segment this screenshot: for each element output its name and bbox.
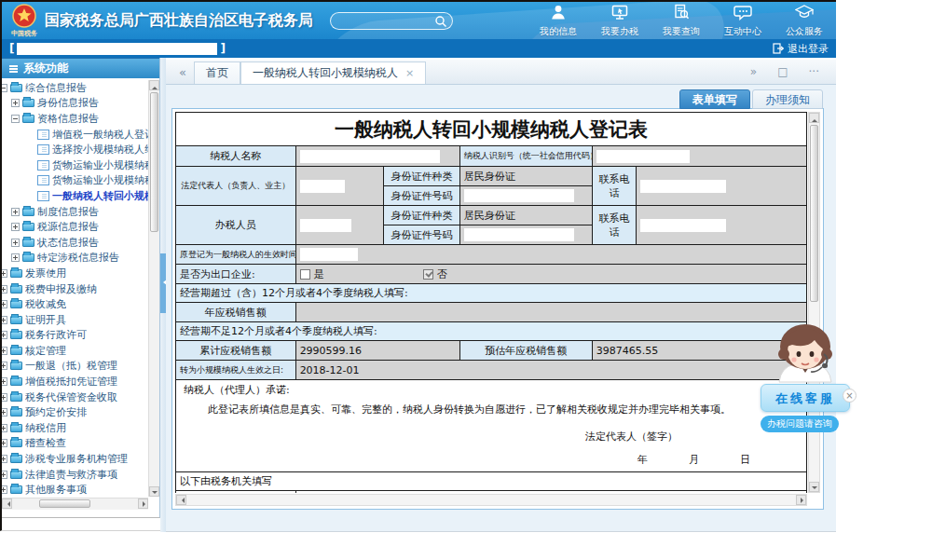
sidebar-item-0[interactable]: 综合信息报告 <box>2 80 148 96</box>
scroll-right-button[interactable] <box>138 499 148 509</box>
sidebar-item-16[interactable]: 税务行政许可 <box>2 328 148 344</box>
scroll-thumb[interactable] <box>150 92 158 232</box>
expand-icon[interactable] <box>11 223 20 231</box>
expand-icon[interactable] <box>2 408 7 417</box>
value-cumulative-sales: 2990599.16 <box>295 341 459 361</box>
scroll-down-button[interactable] <box>149 486 159 497</box>
sidebar-item-8[interactable]: 制度信息报告 <box>11 204 148 220</box>
nav-do-tax[interactable]: 我要办税 <box>596 4 644 38</box>
expand-icon[interactable] <box>2 377 7 386</box>
scroll-thumb[interactable] <box>810 125 818 302</box>
nav-query[interactable]: 我要查询 <box>657 4 706 38</box>
checkbox-yes[interactable] <box>300 269 310 280</box>
expand-icon[interactable] <box>2 269 7 278</box>
scroll-thumb[interactable] <box>39 499 90 508</box>
expand-icon[interactable] <box>2 485 7 494</box>
sidebar-item-label: 税源信息报告 <box>37 220 99 234</box>
sidebar-item-10[interactable]: 状态信息报告 <box>11 235 148 251</box>
sidebar-item-12[interactable]: 发票使用 <box>2 266 148 281</box>
tab-current-form[interactable]: 一般纳税人转回小规模纳税人 × <box>240 61 426 84</box>
sidebar-item-2[interactable]: 资格信息报告 <box>11 111 148 127</box>
label-taxpayer-id: 纳税人识别号（统一社会信用代码） <box>459 146 592 167</box>
sidebar-item-label: 法律追责与救济事项 <box>25 468 117 482</box>
sidebar-item-23[interactable]: 稽查检查 <box>2 436 148 452</box>
service-close-button[interactable]: × <box>843 389 857 403</box>
scroll-left-button[interactable] <box>2 499 12 509</box>
sidebar-item-19[interactable]: 增值税抵扣凭证管理 <box>2 374 148 389</box>
form-hscrollbar[interactable] <box>175 494 807 506</box>
tab-home[interactable]: 首页 <box>194 61 240 84</box>
app-window: 中国税务 国家税务总局广西壮族自治区电子税务局 我的信息我要办税我要查询互动中心… <box>0 0 836 531</box>
document-icon <box>37 144 49 155</box>
expand-icon[interactable] <box>11 208 20 216</box>
expand-icon[interactable] <box>2 455 7 463</box>
expand-icon[interactable] <box>2 393 7 402</box>
expand-icon[interactable] <box>11 239 20 247</box>
sidebar-item-4[interactable]: 选择按小规模纳税人纳税的情况说明 <box>24 142 148 157</box>
nav-label: 我要查询 <box>663 25 700 38</box>
tab-form-notice[interactable]: 办理须知 <box>752 89 823 109</box>
folder-icon <box>22 223 34 231</box>
sidebar-item-14[interactable]: 税收减免 <box>2 296 148 312</box>
expand-icon[interactable] <box>2 424 7 432</box>
scroll-up-button[interactable] <box>149 80 159 90</box>
close-tab-icon[interactable]: × <box>405 67 414 79</box>
service-bubble[interactable]: 在线客服 × <box>761 384 850 412</box>
sidebar-item-22[interactable]: 纳税信用 <box>2 420 148 436</box>
nav-public[interactable]: 公众服务 <box>780 4 829 38</box>
sidebar-item-21[interactable]: 预约定价安排 <box>2 404 148 420</box>
expand-icon[interactable] <box>2 347 7 355</box>
expand-icon[interactable] <box>2 439 7 447</box>
expand-icon[interactable] <box>11 253 20 262</box>
checkbox-no[interactable] <box>423 269 433 280</box>
sidebar-vscrollbar[interactable] <box>148 80 159 497</box>
sidebar-hscrollbar[interactable] <box>2 498 148 510</box>
tabs-collapse-button[interactable]: « <box>171 65 194 79</box>
service-subtitle-pill[interactable]: 办税问题请咨询 <box>761 416 839 432</box>
sidebar-item-26[interactable]: 其他服务事项 <box>2 482 148 497</box>
sidebar-item-18[interactable]: 一般退（抵）税管理 <box>2 359 148 375</box>
label-contact-phone: 联系电话 <box>592 206 636 245</box>
more-button[interactable]: ··· <box>809 65 819 78</box>
expand-icon[interactable] <box>2 471 7 479</box>
collapse-icon[interactable] <box>11 115 20 123</box>
folder-icon <box>10 362 22 370</box>
sidebar-item-20[interactable]: 税务代保管资金收取 <box>2 389 148 405</box>
registration-form-table: 一般纳税人转回小规模纳税人登记表 纳税人名称 纳税人识别号（统一社会信用代码） … <box>175 112 807 493</box>
sidebar-item-6[interactable]: 货物运输业小规模纳税人异地代开 <box>24 173 148 189</box>
expand-icon[interactable] <box>2 285 7 294</box>
nav-my-info[interactable]: 我的信息 <box>534 4 582 38</box>
sidebar-item-25[interactable]: 法律追责与救济事项 <box>2 467 148 483</box>
sidebar-item-24[interactable]: 涉税专业服务机构管理 <box>2 451 148 467</box>
scroll-down-button[interactable] <box>809 482 819 492</box>
nav-interact[interactable]: 互动中心 <box>719 4 767 38</box>
sidebar-item-5[interactable]: 货物运输业小规模纳税人异地代开 <box>24 157 148 173</box>
scroll-left-button[interactable] <box>176 495 186 505</box>
scroll-up-button[interactable] <box>809 113 819 123</box>
expand-icon[interactable] <box>2 362 7 370</box>
sidebar-item-1[interactable]: 身份信息报告 <box>11 96 148 112</box>
sidebar-item-3[interactable]: 增值税一般纳税人登记 <box>24 127 148 143</box>
expand-icon[interactable] <box>2 331 7 339</box>
header-search-input[interactable] <box>330 12 453 30</box>
sidebar-item-15[interactable]: 证明开具 <box>2 312 148 328</box>
label-id-number: 身份证件号码 <box>384 186 459 206</box>
expand-icon[interactable] <box>2 300 7 308</box>
sidebar-item-17[interactable]: 核定管理 <box>2 343 148 359</box>
scroll-right-button[interactable] <box>796 495 806 505</box>
logout-button[interactable]: 退出登录 <box>773 42 829 56</box>
sidebar-item-11[interactable]: 特定涉税信息报告 <box>11 251 148 266</box>
tab-form-fill[interactable]: 表单填写 <box>679 89 750 109</box>
collapse-icon[interactable] <box>2 84 7 92</box>
expand-icon[interactable] <box>11 99 20 107</box>
customer-service-widget: 在线客服 × 办税问题请咨询 <box>761 322 850 432</box>
expand-icon[interactable] <box>2 316 7 324</box>
maximize-button[interactable]: □ <box>777 65 788 78</box>
form-vscrollbar[interactable] <box>808 112 820 493</box>
sidebar-item-9[interactable]: 税源信息报告 <box>11 219 148 235</box>
sidebar-item-13[interactable]: 税费申报及缴纳 <box>2 281 148 297</box>
sidebar-item-7[interactable]: 一般纳税人转回小规模纳税人 <box>24 188 148 204</box>
site-title: 国家税务总局广西壮族自治区电子税务局 <box>45 11 313 31</box>
tabs-expand-button[interactable]: » <box>750 65 757 78</box>
export-choice-cell: 是 否 <box>295 265 806 284</box>
